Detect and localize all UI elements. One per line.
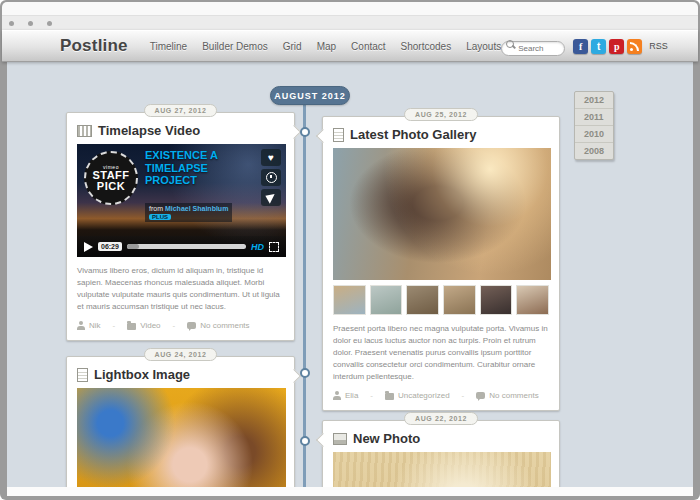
- post-category-link[interactable]: Uncategorized: [385, 391, 464, 400]
- post-title-link[interactable]: Lightbox Image: [94, 367, 190, 382]
- archive-year-2008[interactable]: 2008: [575, 143, 613, 159]
- post-date-badge: AUG 22, 2012: [404, 412, 478, 425]
- video-control-bar: 06:29 HD: [77, 236, 286, 257]
- video-icon: [77, 125, 92, 137]
- post-excerpt: Vivamus libero eros, dictum id aliquam i…: [77, 265, 284, 313]
- menu-item-contact[interactable]: Contact: [351, 41, 385, 52]
- post-title-link[interactable]: Latest Photo Gallery: [350, 127, 476, 142]
- paper-plane-icon: [265, 191, 277, 203]
- post-excerpt: Praesent porta libero nec magna vulputat…: [333, 323, 549, 383]
- window-control-icon[interactable]: [28, 21, 33, 26]
- fullscreen-icon[interactable]: [269, 242, 279, 252]
- site-navbar: Postline Timeline Builder Demos Grid Map…: [2, 30, 698, 62]
- clock-icon: [266, 172, 277, 183]
- post-category-link[interactable]: Video: [127, 321, 175, 330]
- window-control-icon[interactable]: [9, 21, 14, 26]
- hd-toggle[interactable]: HD: [251, 242, 264, 252]
- search-box: [501, 37, 565, 56]
- like-heart-button[interactable]: ♥: [261, 149, 281, 166]
- post-author-link[interactable]: Nik: [77, 321, 115, 330]
- menu-item-shortcodes[interactable]: Shortcodes: [401, 41, 452, 52]
- video-title[interactable]: EXISTENCE A TIMELAPSE PROJECT: [145, 149, 249, 187]
- comments-icon: [187, 322, 196, 329]
- post-meta: Elia Uncategorized No comments: [333, 391, 549, 400]
- timeline-dot: [300, 127, 310, 137]
- rss-icon[interactable]: [627, 39, 642, 54]
- menu-item-timeline[interactable]: Timeline: [150, 41, 187, 52]
- video-timestamp: 06:29: [98, 242, 122, 251]
- share-button[interactable]: [261, 189, 281, 206]
- author-icon: [77, 321, 85, 330]
- timeline-dot: [300, 368, 310, 378]
- gallery-post-icon: [333, 128, 344, 142]
- post-card-latest-photo-gallery: AUG 25, 2012 Latest Photo Gallery Praese…: [322, 116, 560, 411]
- post-title-link[interactable]: New Photo: [353, 431, 420, 446]
- vimeo-staff-pick-badge: vimeo STAFF PICK: [84, 151, 138, 205]
- menu-item-builder-demos[interactable]: Builder Demos: [202, 41, 268, 52]
- pinterest-icon[interactable]: p: [609, 39, 624, 54]
- vimeo-plus-badge: PLUS: [149, 214, 171, 220]
- card-notch: [287, 369, 301, 383]
- heart-icon: ♥: [268, 152, 274, 163]
- post-comments-link[interactable]: No comments: [187, 321, 249, 330]
- archive-year-2011[interactable]: 2011: [575, 109, 613, 126]
- window-control-icon[interactable]: [47, 21, 52, 26]
- card-notch: [287, 125, 301, 139]
- post-card-new-photo: AUG 22, 2012 New Photo: [322, 420, 560, 487]
- site-logo[interactable]: Postline: [60, 36, 128, 56]
- byline-prefix: from: [149, 205, 163, 212]
- video-byline: from Michael Shainblum PLUS: [145, 203, 232, 222]
- facebook-icon[interactable]: f: [573, 39, 588, 54]
- image-post-icon: [77, 368, 88, 382]
- search-icon: [506, 40, 514, 48]
- menu-item-map[interactable]: Map: [317, 41, 336, 52]
- archive-years-widget: 2012 2011 2010 2008: [574, 91, 614, 160]
- new-photo-image[interactable]: [333, 452, 551, 487]
- post-meta: Nik Video No comments: [77, 321, 284, 330]
- watch-later-button[interactable]: [261, 169, 281, 186]
- timeline-dot: [300, 436, 310, 446]
- gallery-thumbnail[interactable]: [480, 285, 513, 315]
- timeline-month-badge: AUGUST 2012: [270, 86, 350, 105]
- gallery-thumbnail[interactable]: [516, 285, 549, 315]
- gallery-thumbnail[interactable]: [370, 285, 403, 315]
- video-action-buttons: ♥: [261, 149, 281, 206]
- menu-item-layouts[interactable]: Layouts: [466, 41, 501, 52]
- timeline-line: [303, 102, 306, 487]
- category-folder-icon: [385, 393, 394, 400]
- category-folder-icon: [127, 323, 136, 330]
- browser-control-bar: [2, 16, 698, 30]
- post-date-badge: AUG 25, 2012: [404, 108, 478, 121]
- post-comments-link[interactable]: No comments: [476, 391, 538, 400]
- main-menu: Timeline Builder Demos Grid Map Contact …: [150, 41, 501, 52]
- comments-icon: [476, 392, 485, 399]
- card-notch: [316, 129, 330, 143]
- post-card-timelapse-video: AUG 27, 2012 Timelapse Video vimeo STAFF…: [66, 112, 295, 341]
- author-icon: [333, 391, 341, 400]
- video-progress-bar[interactable]: [127, 244, 246, 249]
- archive-year-2012[interactable]: 2012: [575, 92, 613, 109]
- vimeo-video-player[interactable]: vimeo STAFF PICK EXISTENCE A TIMELAPSE P…: [77, 144, 286, 257]
- play-button[interactable]: [84, 242, 93, 252]
- gallery-thumbnails: [333, 285, 549, 315]
- post-card-lightbox-image: AUG 24, 2012 Lightbox Image: [66, 356, 295, 487]
- byline-author-link[interactable]: Michael Shainblum: [165, 205, 228, 212]
- social-links: f t p RSS: [573, 39, 668, 54]
- card-notch: [316, 433, 330, 447]
- photo-post-icon: [333, 433, 347, 445]
- rss-label[interactable]: RSS: [649, 41, 668, 51]
- gallery-thumbnail[interactable]: [443, 285, 476, 315]
- post-date-badge: AUG 24, 2012: [144, 348, 218, 361]
- staff-pick-line1: STAFF: [92, 170, 129, 181]
- lightbox-photo[interactable]: [77, 388, 286, 487]
- browser-bottom-edge: [7, 487, 693, 496]
- menu-item-grid[interactable]: Grid: [283, 41, 302, 52]
- twitter-icon[interactable]: t: [591, 39, 606, 54]
- browser-tab-strip: [2, 2, 698, 16]
- post-title-link[interactable]: Timelapse Video: [98, 123, 200, 138]
- gallery-main-photo[interactable]: [333, 148, 551, 280]
- gallery-thumbnail[interactable]: [406, 285, 439, 315]
- post-author-link[interactable]: Elia: [333, 391, 373, 400]
- gallery-thumbnail[interactable]: [333, 285, 366, 315]
- archive-year-2010[interactable]: 2010: [575, 126, 613, 143]
